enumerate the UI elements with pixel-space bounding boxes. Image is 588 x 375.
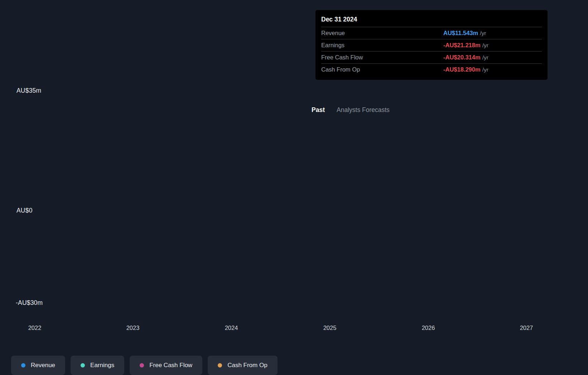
tooltip-label-revenue: Revenue (321, 30, 443, 36)
y-axis-label-neg30m: -AU$30m (16, 299, 43, 307)
tooltip-row-earnings: Earnings -AU$21.218m /yr (321, 39, 542, 51)
earnings-dot-icon (81, 363, 85, 367)
tooltip-label-earnings: Earnings (321, 42, 443, 49)
x-axis-label-2025: 2025 (323, 325, 337, 331)
analysts-forecasts-phase-label: Analysts Forecasts (337, 106, 390, 114)
x-axis-label-2023: 2023 (126, 325, 140, 331)
legend-item-cash-from-op[interactable]: Cash From Op (208, 356, 277, 375)
tooltip-row-revenue: Revenue AU$11.543m /yr (321, 27, 542, 39)
legend-label-revenue: Revenue (31, 362, 55, 369)
tooltip-value-earnings: -AU$21.218m (443, 42, 481, 49)
tooltip-label-cash-from-op: Cash From Op (321, 66, 443, 73)
legend-item-earnings[interactable]: Earnings (71, 356, 124, 375)
tooltip-unit-earnings: /yr (482, 42, 488, 49)
tooltip-value-free-cash-flow: -AU$20.314m (443, 54, 481, 61)
chart-legend: Revenue Earnings Free Cash Flow Cash Fro… (11, 356, 278, 375)
tooltip-unit-cash-from-op: /yr (482, 67, 488, 73)
forecast-chart-panel: AU$35m AU$0 -AU$30m 2022 2023 2024 2025 … (0, 0, 588, 375)
tooltip-unit-revenue: /yr (480, 30, 486, 36)
x-axis-label-2026: 2026 (422, 325, 435, 331)
data-tooltip: Dec 31 2024 Revenue AU$11.543m /yr Earni… (315, 10, 548, 80)
tooltip-value-cash-from-op: -AU$18.290m (443, 66, 481, 73)
y-axis-label-0: AU$0 (16, 207, 33, 214)
x-axis-label-2024: 2024 (225, 325, 238, 331)
revenue-dot-icon (21, 363, 25, 367)
cash-from-op-dot-icon (218, 363, 222, 367)
legend-label-cash-from-op: Cash From Op (227, 362, 267, 369)
free-cash-flow-dot-icon (140, 363, 144, 367)
tooltip-row-free-cash-flow: Free Cash Flow -AU$20.314m /yr (321, 51, 542, 63)
x-axis-label-2022: 2022 (28, 325, 42, 331)
tooltip-date-title: Dec 31 2024 (321, 14, 542, 27)
tooltip-unit-free-cash-flow: /yr (482, 54, 488, 61)
tooltip-label-free-cash-flow: Free Cash Flow (321, 54, 443, 61)
tooltip-row-cash-from-op: Cash From Op -AU$18.290m /yr (321, 63, 542, 76)
y-axis-label-35m: AU$35m (16, 87, 41, 94)
past-phase-label: Past (312, 106, 325, 114)
legend-item-free-cash-flow[interactable]: Free Cash Flow (130, 356, 202, 375)
legend-label-earnings: Earnings (90, 362, 114, 369)
tooltip-value-revenue: AU$11.543m (443, 30, 478, 36)
legend-item-revenue[interactable]: Revenue (11, 356, 65, 375)
legend-label-free-cash-flow: Free Cash Flow (149, 362, 192, 369)
x-axis-label-2027: 2027 (520, 325, 533, 331)
